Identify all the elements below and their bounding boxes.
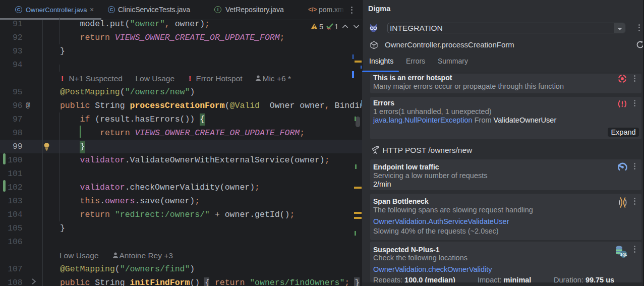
- svg-text:SQL: SQL: [620, 253, 627, 257]
